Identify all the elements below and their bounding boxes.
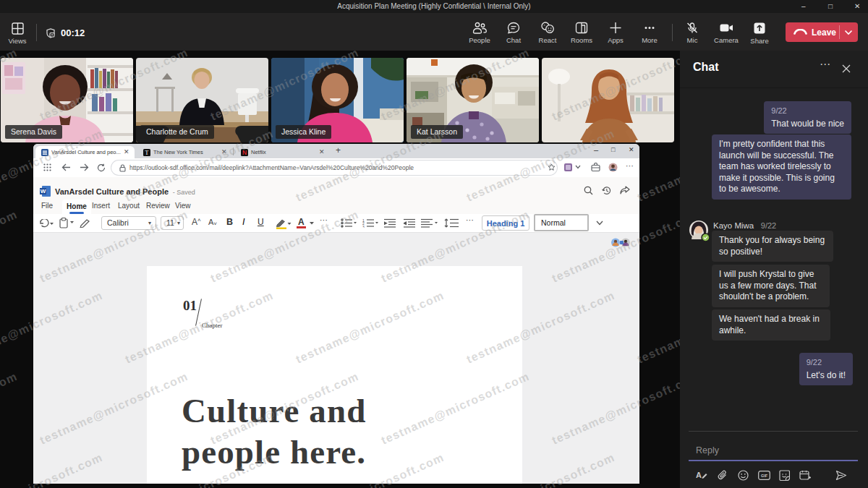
svg-text:GIF: GIF (761, 474, 768, 478)
svg-text:T: T (145, 150, 149, 156)
svg-text:A: A (696, 471, 702, 479)
svg-text:N: N (242, 149, 247, 156)
svg-text:3: 3 (362, 225, 365, 228)
svg-text:W: W (41, 188, 46, 194)
